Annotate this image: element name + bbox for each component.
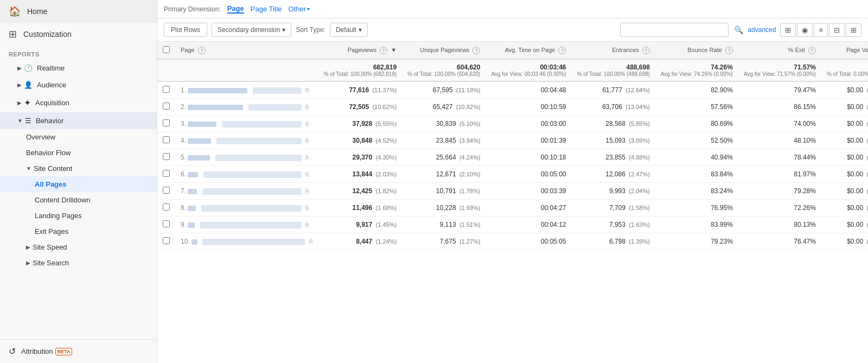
dim-page-link[interactable]: Page <box>227 4 244 14</box>
search-icon[interactable]: 🔍 <box>734 26 743 34</box>
all-pages-label: All Pages <box>35 180 67 188</box>
sidebar-item-acquisition[interactable]: ▶ ✦ Acquisition <box>0 93 157 112</box>
page-url[interactable] <box>253 87 302 94</box>
col-pageviews[interactable]: Pageviews ? ▼ <box>318 42 402 59</box>
sidebar-item-realtime[interactable]: ▶ 🕐 Realtime <box>0 60 157 77</box>
view-columns-icon[interactable]: ⊞ <box>846 23 861 37</box>
copy-icon[interactable]: ⎘ <box>305 120 309 127</box>
page-help-icon[interactable]: ? <box>198 47 206 54</box>
sidebar-item-attribution[interactable]: ↺ Attribution BETA <box>0 340 157 363</box>
row-checkbox[interactable] <box>163 153 170 160</box>
page-url[interactable] <box>216 138 302 144</box>
copy-icon[interactable]: ⎘ <box>309 238 313 245</box>
unique-pv-help-icon[interactable]: ? <box>473 47 480 54</box>
row-checkbox[interactable] <box>163 220 170 227</box>
page-url[interactable] <box>202 188 302 195</box>
row-unique-pv: 25,664 (4.24%) <box>402 149 486 166</box>
col-page: Page ? <box>175 42 318 59</box>
view-table-icon[interactable]: ⊞ <box>780 23 796 37</box>
row-checkbox[interactable] <box>163 119 170 126</box>
sidebar-item-behavior-flow[interactable]: Behavior Flow <box>0 145 157 161</box>
page-url[interactable] <box>222 121 302 128</box>
sidebar-item-site-content[interactable]: ▼ Site Content <box>0 161 157 176</box>
copy-icon[interactable]: ⎘ <box>305 87 309 93</box>
pageviews-help-icon[interactable]: ? <box>380 47 387 54</box>
row-checkbox[interactable] <box>163 187 170 194</box>
page-url[interactable] <box>200 222 302 228</box>
row-value: $0.00 (0.00%) <box>821 116 868 132</box>
sidebar-item-audience[interactable]: ▶ 👤 Audience <box>0 77 157 93</box>
row-checkbox[interactable] <box>163 237 170 244</box>
summary-bounce-value: 74.26% <box>711 63 733 71</box>
row-avg-time: 00:10:18 <box>486 149 571 166</box>
copy-icon[interactable]: ⎘ <box>305 104 309 110</box>
summary-unique-pv: 604,620 % of Total: 100.00% (604,620) <box>402 59 486 81</box>
behavior-label: Behavior <box>36 117 63 125</box>
copy-icon[interactable]: ⎘ <box>305 137 309 144</box>
page-bar <box>188 138 211 144</box>
sidebar-item-landing-pages[interactable]: Landing Pages <box>0 208 157 224</box>
summary-value: $0.00 % of Total: 0.00% ($0.00) <box>821 59 868 81</box>
sidebar-item-content-drilldown[interactable]: Content Drilldown <box>0 192 157 208</box>
copy-icon[interactable]: ⎘ <box>305 188 309 194</box>
upv-pct: (3.94%) <box>459 137 481 144</box>
row-bounce: 52.50% <box>655 132 738 149</box>
exit-help-icon[interactable]: ? <box>808 47 816 54</box>
view-compare-icon[interactable]: ≡ <box>814 23 828 37</box>
sidebar-item-site-search[interactable]: ▶ Site Search <box>0 255 157 271</box>
row-checkbox[interactable] <box>163 170 170 177</box>
sidebar-item-exit-pages[interactable]: Exit Pages <box>0 224 157 239</box>
copy-icon[interactable]: ⎘ <box>305 171 309 177</box>
row-unique-pv: 23,845 (3.94%) <box>402 132 486 149</box>
select-all-checkbox[interactable] <box>163 46 170 53</box>
bounce-help-icon[interactable]: ? <box>725 47 733 54</box>
page-url[interactable] <box>201 205 302 212</box>
row-checkbox[interactable] <box>163 136 170 143</box>
row-pageviews: 12,425 (1.82%) <box>318 183 402 200</box>
data-table-wrap: Page ? Pageviews ? ▼ Unique Pageviews ? … <box>157 42 868 363</box>
view-pivot-icon[interactable]: ⊟ <box>829 23 845 37</box>
plot-rows-button[interactable]: Plot Rows <box>164 23 207 37</box>
sidebar-item-customization[interactable]: ⊞ Customization <box>0 23 157 46</box>
avg-time-help-icon[interactable]: ? <box>558 47 566 54</box>
dim-other-dropdown[interactable]: Other ▾ <box>289 5 310 13</box>
row-unique-pv: 12,671 (2.10%) <box>402 166 486 183</box>
sidebar-item-behavior[interactable]: ▼ ☰ Behavior <box>0 112 157 129</box>
copy-icon[interactable]: ⎘ <box>305 154 309 161</box>
page-bar <box>188 206 196 211</box>
customization-icon: ⊞ <box>9 28 17 40</box>
pv-pct: (1.82%) <box>376 188 397 194</box>
copy-icon[interactable]: ⎘ <box>305 205 309 211</box>
copy-icon[interactable]: ⎘ <box>305 221 309 228</box>
search-input[interactable] <box>620 23 729 37</box>
advanced-link[interactable]: advanced <box>748 26 776 34</box>
sort-type-dropdown[interactable]: Default ▾ <box>330 23 368 37</box>
row-checkbox[interactable] <box>163 103 170 110</box>
expand-arrow-audience: ▶ <box>17 82 22 88</box>
sidebar-item-overview[interactable]: Overview <box>0 129 157 145</box>
page-url[interactable] <box>203 171 302 178</box>
entrances-help-icon[interactable]: ? <box>642 47 650 54</box>
pv-pct: (4.30%) <box>376 154 397 161</box>
row-checkbox[interactable] <box>163 203 170 211</box>
page-url[interactable] <box>248 104 302 111</box>
landing-pages-label: Landing Pages <box>35 212 82 220</box>
row-bounce: 83.84% <box>655 166 738 183</box>
secondary-dimension-dropdown[interactable]: Secondary dimension ▾ <box>212 23 291 37</box>
table-row: 2. ⎘ 72,505 (10.62%) 65,427 (10.82%) 00:… <box>157 99 868 116</box>
sidebar-item-all-pages[interactable]: All Pages <box>0 176 157 192</box>
page-bar <box>188 172 198 177</box>
page-url[interactable] <box>215 155 302 161</box>
row-value: $0.00 (0.00%) <box>821 200 868 216</box>
dimension-toolbar: Primary Dimension: Page Page Title Other… <box>157 0 868 18</box>
dim-page-title-link[interactable]: Page Title <box>251 5 282 13</box>
view-pie-icon[interactable]: ◉ <box>797 23 813 37</box>
site-content-label: Site Content <box>34 164 73 173</box>
sidebar-item-site-speed[interactable]: ▶ Site Speed <box>0 239 157 255</box>
upv-pct: (1.69%) <box>459 205 481 211</box>
acquisition-icon: ✦ <box>24 98 31 108</box>
table-row: 5. ⎘ 29,370 (4.30%) 25,664 (4.24%) 00:10… <box>157 149 868 166</box>
page-url[interactable] <box>202 239 305 245</box>
row-checkbox[interactable] <box>163 86 170 93</box>
sidebar-item-home[interactable]: 🏠 Home <box>0 0 157 23</box>
